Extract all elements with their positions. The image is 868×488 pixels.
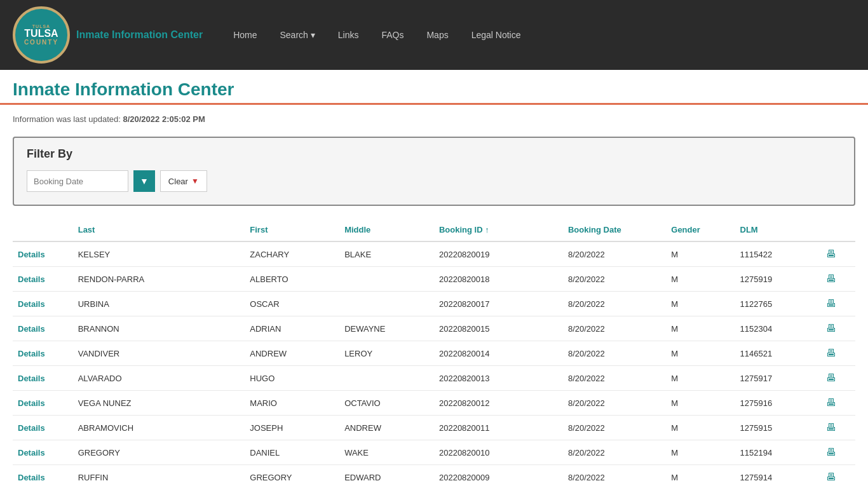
table-row: Details GREGORY DANIEL WAKE 20220820010 … [13,440,855,465]
col-header-last[interactable]: Last [73,219,245,241]
booking-id-cell: 20220820010 [434,440,563,465]
nav-links[interactable]: Links [327,25,370,45]
table-row: Details RENDON-PARRA ALBERTO 20220820018… [13,267,855,292]
booking-id-cell: 20220820011 [434,416,563,440]
booking-id-cell: 20220820012 [434,391,563,416]
col-header-first[interactable]: First [245,219,339,241]
details-cell: Details [13,241,73,267]
filter-controls: ▼ Clear ▼ [27,170,841,192]
middle-name-cell: WAKE [339,440,434,465]
last-name-cell: URBINA [73,292,245,316]
last-updated-value: 8/20/2022 2:05:02 PM [123,114,205,124]
print-icon[interactable]: 🖶 [826,348,836,358]
gender-cell: M [666,391,735,416]
col-header-booking-date[interactable]: Booking Date [563,219,666,241]
last-updated-bar: Information was last updated: 8/20/2022 … [0,111,868,130]
nav-home[interactable]: Home [222,25,268,45]
print-icon[interactable]: 🖶 [826,471,836,482]
details-link[interactable]: Details [18,250,45,259]
gender-cell: M [666,241,735,267]
print-cell: 🖶 [821,440,855,465]
first-name-cell: ANDREW [245,341,339,366]
details-link[interactable]: Details [18,299,45,309]
booking-date-cell: 8/20/2022 [563,316,666,341]
site-header: TULSA TULSA COUNTY Inmate Information Ce… [0,0,868,70]
nav-faqs[interactable]: FAQs [370,25,415,45]
booking-date-cell: 8/20/2022 [563,267,666,292]
dlm-cell: 1152194 [735,440,821,465]
table-row: Details VANDIVER ANDREW LEROY 2022082001… [13,341,855,366]
first-name-cell: HUGO [245,366,339,391]
col-header-dlm[interactable]: DLM [735,219,821,241]
dlm-cell: 1152304 [735,316,821,341]
inmates-table-area: Last First Middle Booking ID ↑ Booking D… [0,212,868,488]
print-icon[interactable]: 🖶 [826,397,836,408]
nav-legal-notice[interactable]: Legal Notice [460,25,532,45]
clear-filter-button[interactable]: Clear ▼ [160,170,207,192]
last-name-cell: VEGA NUNEZ [73,391,245,416]
details-cell: Details [13,366,73,391]
booking-date-cell: 8/20/2022 [563,391,666,416]
col-header-booking-id[interactable]: Booking ID ↑ [434,219,563,241]
details-cell: Details [13,416,73,440]
logo-county-text: COUNTY [24,39,58,46]
first-name-cell: ALBERTO [245,267,339,292]
dlm-cell: 1275914 [735,465,821,489]
print-icon[interactable]: 🖶 [826,298,836,309]
middle-name-cell: LEROY [339,341,434,366]
table-row: Details ABRAMOVICH JOSEPH ANDREW 2022082… [13,416,855,440]
first-name-cell: ADRIAN [245,316,339,341]
col-header-print [821,219,855,241]
details-link[interactable]: Details [18,374,45,383]
details-link[interactable]: Details [18,398,45,408]
details-link[interactable]: Details [18,324,45,334]
print-icon[interactable]: 🖶 [826,447,836,458]
gender-cell: M [666,292,735,316]
print-icon[interactable]: 🖶 [826,248,836,259]
last-name-cell: GREGORY [73,440,245,465]
clear-filter-icon: ▼ [191,177,199,186]
col-header-details [13,219,73,241]
gender-cell: M [666,316,735,341]
booking-date-cell: 8/20/2022 [563,292,666,316]
booking-date-input[interactable] [27,170,128,192]
details-cell: Details [13,292,73,316]
table-row: Details KELSEY ZACHARY BLAKE 20220820019… [13,241,855,267]
details-link[interactable]: Details [18,423,45,433]
first-name-cell: OSCAR [245,292,339,316]
details-link[interactable]: Details [18,448,45,458]
print-icon[interactable]: 🖶 [826,273,836,284]
booking-id-cell: 20220820015 [434,316,563,341]
col-header-middle[interactable]: Middle [339,219,434,241]
print-cell: 🖶 [821,416,855,440]
details-cell: Details [13,465,73,489]
nav-maps[interactable]: Maps [415,25,459,45]
first-name-cell: GREGORY [245,465,339,489]
filter-title: Filter By [27,147,841,161]
booking-id-cell: 20220820009 [434,465,563,489]
booking-id-cell: 20220820017 [434,292,563,316]
logo-tulsa-text: TULSA [24,29,58,39]
booking-id-cell: 20220820013 [434,366,563,391]
booking-date-cell: 8/20/2022 [563,416,666,440]
print-icon[interactable]: 🖶 [826,323,836,334]
booking-id-cell: 20220820019 [434,241,563,267]
dlm-cell: 1275919 [735,267,821,292]
gender-cell: M [666,341,735,366]
last-name-cell: KELSEY [73,241,245,267]
print-cell: 🖶 [821,292,855,316]
print-icon[interactable]: 🖶 [826,372,836,383]
page-title-area: Inmate Information Center [0,70,868,105]
last-name-cell: RENDON-PARRA [73,267,245,292]
col-header-gender[interactable]: Gender [666,219,735,241]
details-link[interactable]: Details [18,274,45,284]
table-row: Details URBINA OSCAR 20220820017 8/20/20… [13,292,855,316]
details-link[interactable]: Details [18,473,45,482]
last-name-cell: ALVARADO [73,366,245,391]
print-icon[interactable]: 🖶 [826,422,836,433]
details-cell: Details [13,316,73,341]
nav-search[interactable]: Search ▾ [269,25,327,45]
filter-apply-button[interactable]: ▼ [133,170,155,192]
details-link[interactable]: Details [18,349,45,358]
middle-name-cell: EDWARD [339,465,434,489]
